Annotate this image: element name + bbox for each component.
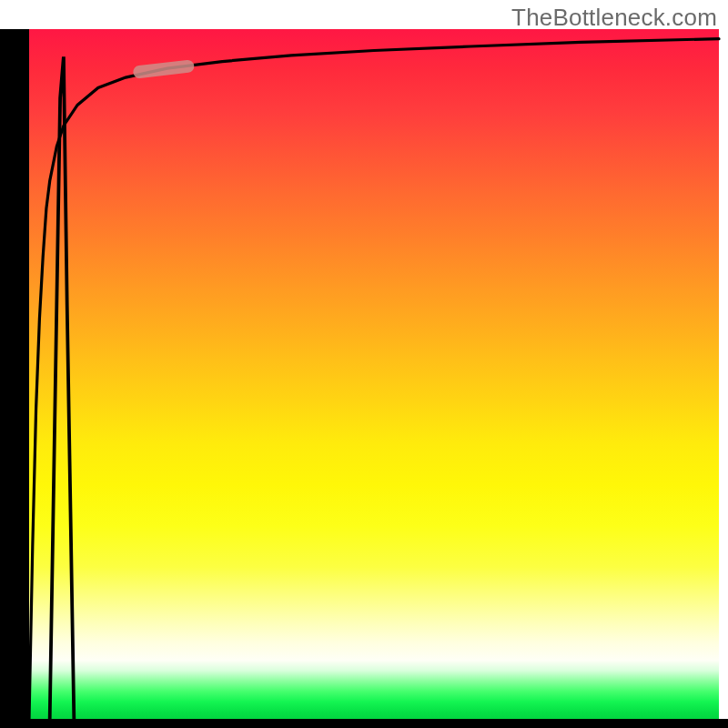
y-axis <box>0 29 29 719</box>
bottleneck-curve <box>29 39 719 719</box>
x-axis <box>0 719 728 728</box>
highlight-segment <box>139 66 187 72</box>
curve-layer <box>29 29 719 719</box>
watermark-text: TheBottleneck.com <box>511 4 717 32</box>
chart-container: TheBottleneck.com <box>0 0 728 728</box>
